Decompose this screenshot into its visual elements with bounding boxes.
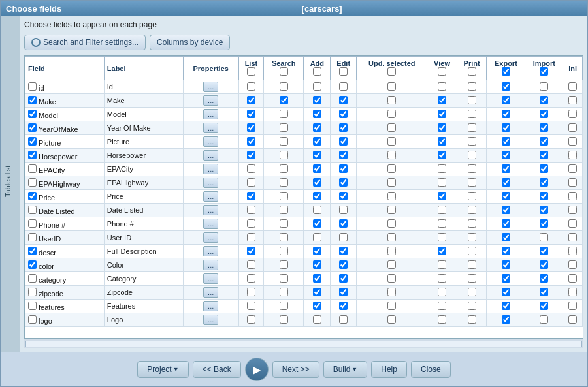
- add-checkbox[interactable]: [313, 82, 321, 91]
- export-checkbox[interactable]: [502, 178, 510, 187]
- export-header-checkbox[interactable]: [502, 67, 510, 76]
- properties-button[interactable]: ...: [203, 219, 218, 229]
- print-checkbox[interactable]: [468, 192, 476, 200]
- add-checkbox[interactable]: [313, 178, 321, 187]
- view-checkbox[interactable]: [438, 274, 446, 283]
- field-checkbox[interactable]: [28, 206, 37, 214]
- upd-header-checkbox[interactable]: [387, 67, 396, 76]
- upd-checkbox[interactable]: [387, 96, 396, 104]
- edit-checkbox[interactable]: [339, 247, 348, 255]
- add-checkbox[interactable]: [313, 206, 321, 214]
- inl-checkbox[interactable]: [568, 315, 577, 324]
- view-checkbox[interactable]: [438, 288, 446, 296]
- build-button[interactable]: Build ▼: [323, 361, 368, 378]
- upd-checkbox[interactable]: [387, 192, 396, 200]
- import-checkbox[interactable]: [540, 302, 548, 310]
- print-checkbox[interactable]: [468, 274, 476, 283]
- view-checkbox[interactable]: [438, 192, 446, 200]
- field-checkbox[interactable]: [28, 123, 37, 132]
- properties-button[interactable]: ...: [203, 95, 218, 106]
- import-checkbox[interactable]: [540, 260, 548, 269]
- import-checkbox[interactable]: [540, 233, 548, 241]
- export-checkbox[interactable]: [502, 151, 510, 159]
- close-button[interactable]: Close: [411, 361, 451, 378]
- view-checkbox[interactable]: [438, 96, 446, 104]
- import-checkbox[interactable]: [540, 110, 548, 118]
- search-header-checkbox[interactable]: [280, 67, 288, 76]
- view-checkbox[interactable]: [438, 219, 446, 228]
- import-checkbox[interactable]: [540, 315, 548, 324]
- project-button[interactable]: Project ▼: [137, 361, 188, 378]
- properties-button[interactable]: ...: [203, 123, 218, 133]
- print-checkbox[interactable]: [468, 288, 476, 296]
- view-checkbox[interactable]: [438, 110, 446, 118]
- upd-checkbox[interactable]: [387, 206, 396, 214]
- view-checkbox[interactable]: [438, 82, 446, 91]
- properties-button[interactable]: ...: [203, 232, 218, 243]
- properties-button[interactable]: ...: [203, 109, 218, 119]
- add-checkbox[interactable]: [313, 192, 321, 200]
- upd-checkbox[interactable]: [387, 110, 396, 118]
- inl-checkbox[interactable]: [568, 164, 577, 173]
- print-checkbox[interactable]: [468, 96, 476, 104]
- search-checkbox[interactable]: [280, 151, 288, 159]
- field-checkbox[interactable]: [28, 151, 37, 159]
- import-checkbox[interactable]: [540, 247, 548, 255]
- inl-checkbox[interactable]: [568, 302, 577, 310]
- import-checkbox[interactable]: [540, 137, 548, 146]
- field-checkbox[interactable]: [28, 164, 37, 173]
- add-checkbox[interactable]: [313, 137, 321, 146]
- properties-button[interactable]: ...: [203, 178, 218, 188]
- import-checkbox[interactable]: [540, 151, 548, 159]
- search-checkbox[interactable]: [280, 192, 288, 200]
- inl-checkbox[interactable]: [568, 82, 577, 91]
- horizontal-scrollbar[interactable]: [24, 339, 583, 348]
- export-checkbox[interactable]: [502, 82, 510, 91]
- export-checkbox[interactable]: [502, 164, 510, 173]
- search-checkbox[interactable]: [280, 233, 288, 241]
- list-checkbox[interactable]: [247, 178, 255, 187]
- list-checkbox[interactable]: [247, 206, 255, 214]
- print-checkbox[interactable]: [468, 302, 476, 310]
- view-header-checkbox[interactable]: [438, 67, 446, 76]
- export-checkbox[interactable]: [502, 315, 510, 324]
- list-checkbox[interactable]: [247, 302, 255, 310]
- view-checkbox[interactable]: [438, 178, 446, 187]
- print-checkbox[interactable]: [468, 110, 476, 118]
- edit-checkbox[interactable]: [339, 192, 348, 200]
- field-checkbox[interactable]: [28, 233, 37, 241]
- list-checkbox[interactable]: [247, 82, 255, 91]
- import-checkbox[interactable]: [540, 274, 548, 283]
- next-button[interactable]: Next >>: [272, 361, 319, 378]
- field-checkbox[interactable]: [28, 137, 37, 146]
- edit-checkbox[interactable]: [339, 110, 348, 118]
- properties-button[interactable]: ...: [203, 287, 218, 298]
- edit-checkbox[interactable]: [339, 274, 348, 283]
- export-checkbox[interactable]: [502, 274, 510, 283]
- inl-checkbox[interactable]: [568, 96, 577, 104]
- export-checkbox[interactable]: [502, 123, 510, 132]
- field-checkbox[interactable]: [28, 247, 37, 255]
- import-checkbox[interactable]: [540, 192, 548, 200]
- search-checkbox[interactable]: [280, 110, 288, 118]
- add-checkbox[interactable]: [313, 164, 321, 173]
- import-checkbox[interactable]: [540, 164, 548, 173]
- edit-header-checkbox[interactable]: [339, 67, 348, 76]
- export-checkbox[interactable]: [502, 137, 510, 146]
- properties-button[interactable]: ...: [203, 191, 218, 202]
- upd-checkbox[interactable]: [387, 315, 396, 324]
- upd-checkbox[interactable]: [387, 137, 396, 146]
- search-checkbox[interactable]: [280, 288, 288, 296]
- inl-checkbox[interactable]: [568, 151, 577, 159]
- upd-checkbox[interactable]: [387, 288, 396, 296]
- export-checkbox[interactable]: [502, 206, 510, 214]
- import-checkbox[interactable]: [540, 219, 548, 228]
- upd-checkbox[interactable]: [387, 151, 396, 159]
- edit-checkbox[interactable]: [339, 288, 348, 296]
- properties-button[interactable]: ...: [203, 205, 218, 215]
- add-checkbox[interactable]: [313, 219, 321, 228]
- upd-checkbox[interactable]: [387, 233, 396, 241]
- upd-checkbox[interactable]: [387, 178, 396, 187]
- upd-checkbox[interactable]: [387, 82, 396, 91]
- search-checkbox[interactable]: [280, 82, 288, 91]
